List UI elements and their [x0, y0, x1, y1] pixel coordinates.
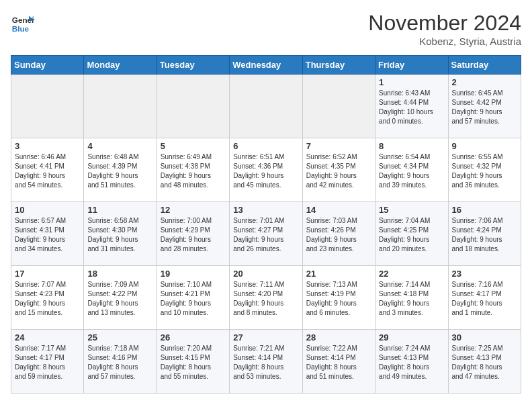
- day-number: 16: [452, 205, 517, 215]
- day-info: Sunrise: 7:22 AM Sunset: 4:14 PM Dayligh…: [306, 344, 371, 381]
- day-number: 27: [233, 332, 298, 342]
- calendar-cell: 22Sunrise: 7:14 AM Sunset: 4:18 PM Dayli…: [375, 266, 448, 330]
- day-number: 7: [306, 141, 371, 151]
- calendar-cell: 13Sunrise: 7:01 AM Sunset: 4:27 PM Dayli…: [230, 202, 302, 266]
- calendar-cell: 6Sunrise: 6:51 AM Sunset: 4:36 PM Daylig…: [230, 138, 302, 202]
- day-info: Sunrise: 7:03 AM Sunset: 4:26 PM Dayligh…: [306, 216, 371, 254]
- day-number: 30: [452, 332, 517, 342]
- day-info: Sunrise: 7:06 AM Sunset: 4:24 PM Dayligh…: [452, 216, 517, 254]
- day-info: Sunrise: 7:10 AM Sunset: 4:21 PM Dayligh…: [161, 280, 226, 318]
- day-info: Sunrise: 7:04 AM Sunset: 4:25 PM Dayligh…: [379, 216, 444, 254]
- logo-icon: General Blue: [11, 11, 35, 35]
- calendar-cell: 20Sunrise: 7:11 AM Sunset: 4:20 PM Dayli…: [230, 266, 302, 330]
- weekday-header-wednesday: Wednesday: [230, 56, 302, 75]
- calendar-cell: 1Sunrise: 6:43 AM Sunset: 4:44 PM Daylig…: [375, 75, 448, 138]
- day-number: 15: [379, 205, 444, 215]
- calendar-cell: [11, 75, 84, 138]
- calendar-cell: 30Sunrise: 7:25 AM Sunset: 4:13 PM Dayli…: [448, 330, 521, 394]
- calendar-cell: 14Sunrise: 7:03 AM Sunset: 4:26 PM Dayli…: [302, 202, 375, 266]
- month-title: November 2024: [368, 11, 521, 36]
- day-info: Sunrise: 7:13 AM Sunset: 4:19 PM Dayligh…: [306, 280, 371, 318]
- day-info: Sunrise: 6:43 AM Sunset: 4:44 PM Dayligh…: [379, 89, 444, 126]
- calendar-week-4: 17Sunrise: 7:07 AM Sunset: 4:23 PM Dayli…: [11, 266, 521, 330]
- day-info: Sunrise: 7:24 AM Sunset: 4:13 PM Dayligh…: [379, 344, 444, 381]
- day-info: Sunrise: 7:17 AM Sunset: 4:17 PM Dayligh…: [15, 344, 80, 381]
- day-info: Sunrise: 7:20 AM Sunset: 4:15 PM Dayligh…: [161, 344, 226, 381]
- calendar-cell: 27Sunrise: 7:21 AM Sunset: 4:14 PM Dayli…: [230, 330, 302, 394]
- calendar-cell: 19Sunrise: 7:10 AM Sunset: 4:21 PM Dayli…: [157, 266, 229, 330]
- calendar-cell: 10Sunrise: 6:57 AM Sunset: 4:31 PM Dayli…: [11, 202, 84, 266]
- calendar-cell: 12Sunrise: 7:00 AM Sunset: 4:29 PM Dayli…: [157, 202, 229, 266]
- weekday-header-thursday: Thursday: [302, 56, 375, 75]
- day-info: Sunrise: 7:18 AM Sunset: 4:16 PM Dayligh…: [87, 344, 152, 381]
- day-info: Sunrise: 7:11 AM Sunset: 4:20 PM Dayligh…: [233, 280, 298, 318]
- day-info: Sunrise: 7:01 AM Sunset: 4:27 PM Dayligh…: [233, 216, 298, 254]
- calendar-cell: 15Sunrise: 7:04 AM Sunset: 4:25 PM Dayli…: [375, 202, 448, 266]
- calendar-cell: 17Sunrise: 7:07 AM Sunset: 4:23 PM Dayli…: [11, 266, 84, 330]
- day-info: Sunrise: 7:09 AM Sunset: 4:22 PM Dayligh…: [87, 280, 152, 318]
- day-info: Sunrise: 7:16 AM Sunset: 4:17 PM Dayligh…: [452, 280, 517, 318]
- day-info: Sunrise: 7:07 AM Sunset: 4:23 PM Dayligh…: [15, 280, 80, 318]
- day-number: 14: [306, 205, 371, 215]
- day-info: Sunrise: 6:58 AM Sunset: 4:30 PM Dayligh…: [87, 216, 152, 254]
- day-number: 11: [87, 205, 152, 215]
- calendar-cell: 2Sunrise: 6:45 AM Sunset: 4:42 PM Daylig…: [448, 75, 521, 138]
- day-number: 10: [15, 205, 80, 215]
- day-number: 19: [161, 269, 226, 279]
- day-number: 26: [161, 332, 226, 342]
- calendar-cell: [157, 75, 229, 138]
- calendar-cell: 24Sunrise: 7:17 AM Sunset: 4:17 PM Dayli…: [11, 330, 84, 394]
- weekday-header-friday: Friday: [375, 56, 448, 75]
- calendar-cell: 8Sunrise: 6:54 AM Sunset: 4:34 PM Daylig…: [375, 138, 448, 202]
- calendar-week-3: 10Sunrise: 6:57 AM Sunset: 4:31 PM Dayli…: [11, 202, 521, 266]
- day-info: Sunrise: 6:51 AM Sunset: 4:36 PM Dayligh…: [233, 152, 298, 190]
- day-info: Sunrise: 6:45 AM Sunset: 4:42 PM Dayligh…: [452, 89, 517, 126]
- calendar-cell: 23Sunrise: 7:16 AM Sunset: 4:17 PM Dayli…: [448, 266, 521, 330]
- calendar-table: SundayMondayTuesdayWednesdayThursdayFrid…: [11, 55, 521, 394]
- calendar-header: SundayMondayTuesdayWednesdayThursdayFrid…: [11, 56, 521, 75]
- calendar-cell: 28Sunrise: 7:22 AM Sunset: 4:14 PM Dayli…: [302, 330, 375, 394]
- weekday-header-sunday: Sunday: [11, 56, 84, 75]
- day-number: 23: [452, 269, 517, 279]
- location-subtitle: Kobenz, Styria, Austria: [368, 36, 521, 47]
- day-info: Sunrise: 7:14 AM Sunset: 4:18 PM Dayligh…: [379, 280, 444, 318]
- day-number: 29: [379, 332, 444, 342]
- day-number: 28: [306, 332, 371, 342]
- day-number: 17: [15, 269, 80, 279]
- day-number: 4: [87, 141, 152, 151]
- day-info: Sunrise: 7:21 AM Sunset: 4:14 PM Dayligh…: [233, 344, 298, 381]
- calendar-week-1: 1Sunrise: 6:43 AM Sunset: 4:44 PM Daylig…: [11, 75, 521, 138]
- calendar-cell: 3Sunrise: 6:46 AM Sunset: 4:41 PM Daylig…: [11, 138, 84, 202]
- day-number: 3: [15, 141, 80, 151]
- day-number: 2: [452, 77, 517, 87]
- logo: General Blue: [11, 11, 35, 35]
- day-number: 9: [452, 141, 517, 151]
- calendar-cell: 26Sunrise: 7:20 AM Sunset: 4:15 PM Dayli…: [157, 330, 229, 394]
- weekday-header-saturday: Saturday: [448, 56, 521, 75]
- weekday-header-monday: Monday: [84, 56, 157, 75]
- day-info: Sunrise: 6:52 AM Sunset: 4:35 PM Dayligh…: [306, 152, 371, 190]
- day-number: 1: [379, 77, 444, 87]
- calendar-cell: [84, 75, 157, 138]
- day-number: 13: [233, 205, 298, 215]
- calendar-cell: 4Sunrise: 6:48 AM Sunset: 4:39 PM Daylig…: [84, 138, 157, 202]
- day-info: Sunrise: 6:57 AM Sunset: 4:31 PM Dayligh…: [15, 216, 80, 254]
- day-number: 5: [161, 141, 226, 151]
- calendar-week-5: 24Sunrise: 7:17 AM Sunset: 4:17 PM Dayli…: [11, 330, 521, 394]
- day-number: 18: [87, 269, 152, 279]
- day-number: 21: [306, 269, 371, 279]
- calendar-cell: [302, 75, 375, 138]
- calendar-cell: 18Sunrise: 7:09 AM Sunset: 4:22 PM Dayli…: [84, 266, 157, 330]
- calendar-cell: 29Sunrise: 7:24 AM Sunset: 4:13 PM Dayli…: [375, 330, 448, 394]
- calendar-cell: 5Sunrise: 6:49 AM Sunset: 4:38 PM Daylig…: [157, 138, 229, 202]
- day-info: Sunrise: 6:55 AM Sunset: 4:32 PM Dayligh…: [452, 152, 517, 190]
- day-number: 22: [379, 269, 444, 279]
- calendar-cell: 7Sunrise: 6:52 AM Sunset: 4:35 PM Daylig…: [302, 138, 375, 202]
- day-number: 20: [233, 269, 298, 279]
- calendar-cell: 11Sunrise: 6:58 AM Sunset: 4:30 PM Dayli…: [84, 202, 157, 266]
- svg-text:Blue: Blue: [12, 24, 30, 33]
- calendar-cell: 9Sunrise: 6:55 AM Sunset: 4:32 PM Daylig…: [448, 138, 521, 202]
- day-number: 12: [161, 205, 226, 215]
- day-number: 25: [87, 332, 152, 342]
- day-info: Sunrise: 7:25 AM Sunset: 4:13 PM Dayligh…: [452, 344, 517, 381]
